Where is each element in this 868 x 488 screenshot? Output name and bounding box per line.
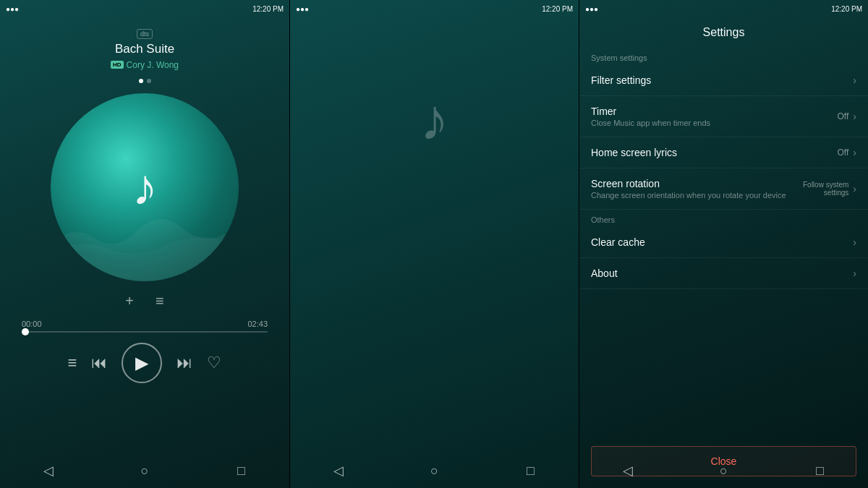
rotation-label: Screen rotation: [591, 178, 791, 189]
playlist-menu-button[interactable]: ≡: [156, 293, 164, 309]
favorite-button[interactable]: ♡: [207, 354, 221, 372]
album-music-note: ♪: [132, 158, 158, 216]
back-button-1[interactable]: ◁: [34, 456, 63, 485]
settings-content: Settings System settings Filter settings…: [579, 0, 868, 488]
status-left-1: ●●●: [6, 5, 19, 13]
clear-cache-arrow: ›: [853, 236, 856, 248]
timer-arrow: ›: [853, 111, 856, 122]
playback-controls: ≡ ⏮ ▶ ⏭ ♡: [22, 343, 268, 383]
back-button-3[interactable]: ◁: [613, 456, 642, 485]
app-icon-3: ●●●: [585, 5, 598, 13]
row-filter-settings[interactable]: Filter settings ›: [579, 65, 868, 96]
status-bar-3: ●●● 12:20 PM: [579, 0, 868, 17]
clear-cache-label: Clear cache: [591, 236, 853, 248]
recent-button-3[interactable]: □: [806, 456, 835, 485]
filter-settings-arrow: ›: [853, 74, 856, 86]
current-time: 00:00: [22, 320, 42, 328]
time-display: 00:00 02:43: [22, 320, 268, 328]
album-circle: ♪: [51, 93, 239, 281]
total-time: 02:43: [247, 320, 268, 328]
homescreen-main: Home screen lyrics: [591, 147, 838, 158]
nav-bar-1: ◁ ○ □: [0, 453, 289, 488]
artist-name: Cory J. Wong: [127, 60, 179, 70]
row-clear-cache[interactable]: Clear cache ›: [579, 227, 868, 258]
prev-button[interactable]: ⏮: [91, 354, 107, 372]
artist-row: HD Cory J. Wong: [111, 60, 179, 70]
recent-button-1[interactable]: □: [226, 456, 255, 485]
app-icon-2: ●●●: [296, 5, 309, 13]
row-homescreen-lyrics[interactable]: Home screen lyrics Off ›: [579, 137, 868, 168]
status-right-2: 12:20 PM: [542, 5, 573, 13]
status-bar-1: ●●● 12:20 PM: [0, 0, 289, 17]
homescreen-value: Off: [838, 147, 849, 158]
rotation-arrow: ›: [853, 183, 856, 194]
status-right-1: 12:20 PM: [252, 5, 284, 13]
hero-area: ♪: [290, 48, 579, 192]
section-system: System settings: [579, 48, 868, 65]
nav-bar-2: ◁ ○ □: [290, 453, 579, 488]
row-timer[interactable]: Timer Close Music app when timer ends Of…: [579, 96, 868, 137]
now-playing-content: dts Bach Suite HD Cory J. Wong ♪: [0, 0, 289, 488]
home-button-1[interactable]: ○: [130, 456, 159, 485]
about-arrow: ›: [853, 267, 856, 279]
timer-main: Timer Close Music app when timer ends: [591, 106, 838, 127]
progress-thumb[interactable]: [22, 328, 29, 335]
equalizer-button[interactable]: ≡: [68, 354, 77, 372]
page-dots: [139, 79, 151, 83]
spacer: [579, 289, 868, 435]
hd-badge: HD: [111, 61, 124, 69]
track-header: dts Bach Suite HD Cory J. Wong: [111, 17, 179, 74]
dot-2: [147, 79, 151, 83]
timer-value: Off: [838, 111, 849, 121]
row-screen-rotation[interactable]: Screen rotation Change screen orientatio…: [579, 168, 868, 210]
filter-settings-label: Filter settings: [591, 74, 853, 86]
status-time-3: 12:20 PM: [831, 5, 862, 13]
rotation-sub: Change screen orientation when you rotat…: [591, 191, 791, 200]
now-playing-panel: ●●● 12:20 PM dts Bach Suite HD Cory J. W…: [0, 0, 289, 488]
timer-sub: Close Music app when timer ends: [591, 119, 838, 127]
status-time-1: 12:20 PM: [252, 5, 284, 13]
dts-badge: dts: [137, 29, 153, 39]
album-art: ♪: [51, 93, 239, 281]
app-icon-1: ●●●: [6, 5, 19, 13]
hero-music-note: ♪: [420, 87, 449, 153]
homescreen-arrow: ›: [853, 147, 856, 158]
track-title: Bach Suite: [111, 42, 179, 56]
about-main: About: [591, 267, 853, 279]
rotation-value: Follow system settings: [791, 181, 848, 197]
clear-cache-main: Clear cache: [591, 236, 853, 248]
play-pause-button[interactable]: ▶: [122, 343, 162, 383]
home-button-2[interactable]: ○: [420, 456, 449, 485]
status-left-3: ●●●: [585, 5, 598, 13]
back-button-2[interactable]: ◁: [324, 456, 353, 485]
my-music-panel: ●●● 12:20 PM ⚙ My music 🔍 ♪ Bach Suite C…: [289, 0, 579, 488]
status-time-2: 12:20 PM: [542, 5, 573, 13]
settings-panel: ●●● 12:20 PM Settings System settings Fi…: [579, 0, 868, 488]
recent-button-2[interactable]: □: [516, 456, 545, 485]
dot-1: [139, 79, 143, 83]
add-playlist-row: + ≡: [125, 293, 163, 309]
settings-header: Settings: [579, 17, 868, 48]
about-label: About: [591, 267, 853, 279]
next-button[interactable]: ⏭: [176, 354, 192, 372]
add-to-playlist-button[interactable]: +: [125, 293, 134, 309]
row-about[interactable]: About ›: [579, 258, 868, 289]
timer-label: Timer: [591, 106, 838, 117]
progress-track[interactable]: [22, 331, 268, 333]
home-button-3[interactable]: ○: [710, 456, 739, 485]
settings-title: Settings: [703, 26, 745, 38]
filter-settings-main: Filter settings: [591, 74, 853, 86]
play-icon: ▶: [135, 353, 148, 373]
status-left-2: ●●●: [296, 5, 309, 13]
homescreen-label: Home screen lyrics: [591, 147, 838, 158]
section-others: Others: [579, 210, 868, 227]
status-right-3: 12:20 PM: [831, 5, 862, 13]
rotation-main: Screen rotation Change screen orientatio…: [591, 178, 791, 200]
status-bar-2: ●●● 12:20 PM: [290, 0, 579, 17]
nav-bar-3: ◁ ○ □: [579, 453, 868, 488]
progress-section: 00:00 02:43: [22, 320, 268, 333]
